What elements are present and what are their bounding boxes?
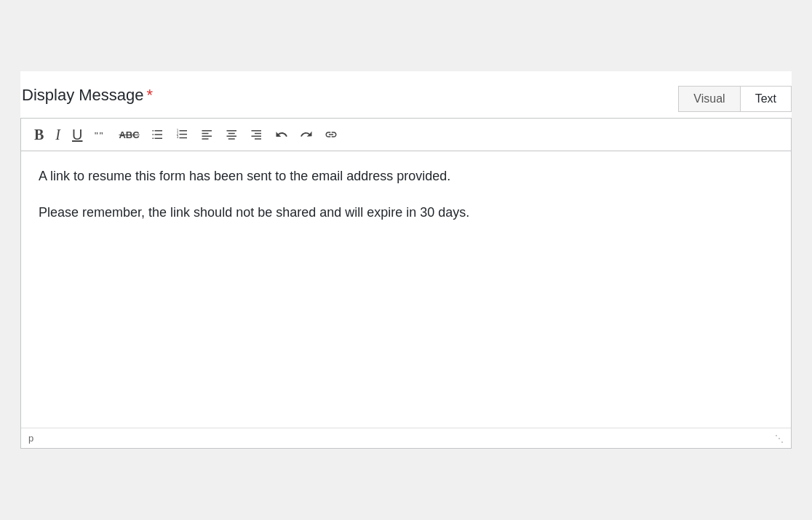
ordered-list-button[interactable]: 1 2 3 (172, 125, 194, 144)
svg-rect-2 (152, 130, 154, 132)
tab-text[interactable]: Text (741, 87, 791, 111)
underline-button[interactable]: U (68, 124, 87, 145)
align-left-button[interactable] (196, 125, 218, 144)
svg-rect-21 (228, 138, 234, 140)
svg-rect-13 (179, 137, 187, 139)
align-right-button[interactable] (246, 125, 268, 144)
svg-rect-3 (154, 130, 162, 132)
view-tabs: Visual Text (678, 86, 792, 112)
svg-rect-16 (202, 136, 212, 137)
toolbar: B I U " " ABC (21, 119, 791, 151)
svg-text:": " (99, 130, 103, 140)
blockquote-icon: " " (94, 128, 107, 141)
field-container: Display Message* Visual Text B I U " " A… (20, 71, 792, 449)
svg-rect-7 (154, 138, 162, 140)
tab-visual[interactable]: Visual (679, 87, 740, 111)
link-button[interactable] (320, 125, 342, 144)
field-label-text: Display Message (22, 86, 144, 104)
editor-footer: p ⋱ (21, 428, 791, 448)
blockquote-button[interactable]: " " (89, 125, 111, 144)
svg-rect-23 (255, 133, 261, 135)
svg-rect-18 (226, 130, 236, 132)
strikethrough-button[interactable]: ABC (114, 127, 143, 143)
svg-text:3: 3 (176, 135, 178, 139)
align-right-icon (250, 128, 263, 141)
svg-rect-4 (152, 134, 154, 135)
undo-button[interactable] (271, 125, 292, 144)
svg-rect-6 (152, 138, 154, 140)
svg-rect-22 (251, 130, 261, 132)
strikethrough-label: ABC (119, 130, 139, 140)
svg-rect-11 (179, 134, 187, 135)
svg-rect-17 (202, 138, 208, 140)
editor-wrapper: B I U " " ABC (20, 118, 792, 449)
link-icon (325, 128, 338, 141)
svg-rect-24 (251, 136, 261, 137)
content-paragraph-1: A link to resume this form has been sent… (39, 166, 773, 187)
unordered-list-icon (151, 128, 164, 141)
svg-rect-14 (202, 130, 212, 132)
content-paragraph-2: Please remember, the link should not be … (39, 202, 773, 223)
svg-rect-9 (179, 130, 187, 132)
undo-icon (275, 128, 288, 141)
align-center-icon (226, 128, 239, 141)
ordered-list-icon: 1 2 3 (176, 128, 189, 141)
svg-rect-20 (226, 136, 236, 137)
svg-rect-5 (154, 134, 162, 135)
resize-handle[interactable]: ⋱ (775, 434, 784, 443)
field-label: Display Message* (20, 86, 153, 105)
align-center-button[interactable] (221, 125, 243, 144)
editor-content[interactable]: A link to resume this form has been sent… (21, 151, 791, 428)
bold-button[interactable]: B (30, 124, 48, 145)
redo-button[interactable] (295, 125, 317, 144)
required-marker: * (147, 86, 154, 104)
svg-rect-25 (255, 138, 261, 140)
editor-path: p (28, 433, 33, 444)
italic-button[interactable]: I (51, 124, 65, 145)
redo-icon (300, 128, 313, 141)
svg-rect-19 (228, 133, 234, 135)
svg-text:": " (94, 130, 98, 140)
align-left-icon (201, 128, 214, 141)
field-header: Display Message* Visual Text (20, 86, 792, 118)
svg-rect-15 (202, 133, 208, 135)
unordered-list-button[interactable] (147, 125, 169, 144)
